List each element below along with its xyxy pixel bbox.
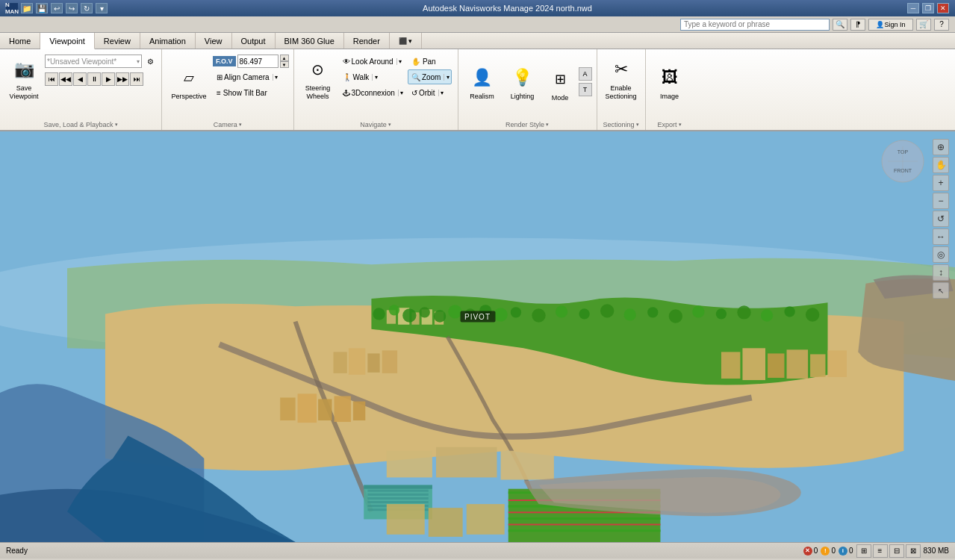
minimize-button[interactable]: ─ xyxy=(907,3,919,13)
info-count: 0 xyxy=(849,547,853,555)
prev-frame-button[interactable]: ◀◀ xyxy=(59,72,72,86)
text-a-button[interactable]: A xyxy=(579,67,592,81)
pause-button[interactable]: ⏸ xyxy=(87,72,101,86)
pan-button[interactable]: ✋ Pan xyxy=(408,54,452,69)
restore-button[interactable]: ❐ xyxy=(922,3,934,13)
look-around-split[interactable]: 👁 Look Around ▾ xyxy=(339,54,406,69)
walk-split[interactable]: 🚶 Walk ▾ xyxy=(339,69,406,84)
tab-review[interactable]: Review xyxy=(95,33,140,49)
viewpoint-dropdown[interactable]: *Unsaved Viewpoint* ▾ xyxy=(45,55,142,68)
search-input[interactable] xyxy=(680,19,830,31)
orbit-label: Orbit xyxy=(419,89,435,97)
tab-extra[interactable]: ⬛ ▾ xyxy=(390,33,423,49)
vp-select-button[interactable]: ↖ xyxy=(933,282,949,299)
tab-animation[interactable]: Animation xyxy=(140,33,196,49)
orbit-split[interactable]: ↺ Orbit ▾ xyxy=(408,85,452,100)
align-camera-split[interactable]: ⊞ Align Camera ▾ xyxy=(213,69,289,84)
search-more-button[interactable]: ⁋ xyxy=(850,19,865,31)
render-style-content: 👤 Realism 💡 Lighting ⊞ Mode A xyxy=(463,52,592,119)
warning-count: 0 xyxy=(831,547,836,555)
viewport[interactable]: PIVOT ⊕ ✋ + − ↺ ↔ ◎ ↕ ↖ TOP FRONT xyxy=(0,131,955,542)
perspective-button[interactable]: ▱ Perspective xyxy=(167,52,211,105)
enable-sectioning-button[interactable]: ✂ EnableSectioning xyxy=(602,52,641,105)
look-around-button[interactable]: 👁 Look Around xyxy=(340,57,396,66)
image-button[interactable]: 🖼 Image xyxy=(650,52,689,105)
status-export-button[interactable]: ⊠ xyxy=(906,544,921,558)
redo-icon[interactable]: ↪ xyxy=(66,3,78,13)
save-group-label[interactable]: Save, Load & Playback xyxy=(4,121,157,128)
look-around-dropdown[interactable]: ▾ xyxy=(396,58,404,65)
walk-button[interactable]: 🚶 Walk xyxy=(340,73,373,81)
skip-end-button[interactable]: ⏭ xyxy=(130,72,143,86)
tab-view[interactable]: View xyxy=(196,33,232,49)
viewpoint-settings-button[interactable]: ⚙ xyxy=(143,54,157,69)
zoom-button[interactable]: 🔍 Zoom xyxy=(408,73,444,81)
export-group-label[interactable]: Export xyxy=(650,121,689,128)
search-button[interactable]: 🔍 xyxy=(833,19,847,31)
nav-cube[interactable]: TOP FRONT xyxy=(880,139,925,184)
steering-wheels-button[interactable]: ⊙ SteeringWheels xyxy=(299,52,337,105)
align-camera-button[interactable]: ⊞ Align Camera xyxy=(214,73,273,81)
cart-icon[interactable]: 🛒 xyxy=(916,19,931,31)
camera-group-label[interactable]: Camera xyxy=(167,121,289,128)
user-button[interactable]: 👤 Sign In xyxy=(868,19,913,31)
status-list-button[interactable]: ≡ xyxy=(873,544,888,558)
help-icon[interactable]: ? xyxy=(934,19,949,31)
zoom-split[interactable]: 🔍 Zoom ▾ xyxy=(408,69,452,84)
save-viewpoint-button[interactable]: 📷 SaveViewpoint xyxy=(4,52,43,105)
camera-column: F.O.V ▲ ▼ ⊞ Align Camera ▾ xyxy=(213,52,289,100)
svg-point-29 xyxy=(532,308,545,322)
tab-render[interactable]: Render xyxy=(344,33,390,49)
undo-icon[interactable]: ↩ xyxy=(51,3,63,13)
vp-orbit-center-button[interactable]: ◎ xyxy=(933,246,949,263)
svg-point-41 xyxy=(806,308,819,321)
render-style-group-label[interactable]: Render Style xyxy=(463,121,592,128)
skip-start-button[interactable]: ⏮ xyxy=(45,72,58,86)
tab-viewpoint[interactable]: Viewpoint xyxy=(40,33,95,49)
mode-button[interactable]: ⊞ Mode xyxy=(544,54,577,106)
vp-zoom-out-button[interactable]: − xyxy=(933,193,949,209)
mode-column: ⊞ Mode xyxy=(544,52,577,106)
lighting-icon: 💡 xyxy=(509,64,536,91)
orbit-dropdown[interactable]: ▾ xyxy=(438,90,446,96)
play-button[interactable]: ▶ xyxy=(102,72,115,86)
show-tilt-bar-button[interactable]: ≡ Show Tilt Bar xyxy=(213,85,289,100)
fov-input[interactable] xyxy=(237,55,279,68)
more-icon[interactable]: ▾ xyxy=(96,3,108,13)
svg-point-34 xyxy=(647,307,658,317)
status-icons: ⊞ ≡ ⊟ ⊠ xyxy=(856,544,921,558)
vp-fit-button[interactable]: ↔ xyxy=(933,228,949,245)
vp-zoom-in-button[interactable]: + xyxy=(933,175,949,191)
tab-bim360[interactable]: BIM 360 Glue xyxy=(276,33,344,49)
status-screen-button[interactable]: ⊟ xyxy=(889,544,904,558)
3dconnexion-label: 3Dconnexion xyxy=(352,89,395,97)
close-button[interactable]: ✕ xyxy=(937,3,949,13)
lighting-button[interactable]: 💡 Lighting xyxy=(503,52,542,105)
next-button[interactable]: ▶▶ xyxy=(116,72,129,86)
vp-rotate-button[interactable]: ↺ xyxy=(933,211,949,227)
3dconnexion-split[interactable]: 🕹 3Dconnexion ▾ xyxy=(339,85,406,100)
prev-button[interactable]: ◀ xyxy=(73,72,87,86)
status-grid-button[interactable]: ⊞ xyxy=(856,544,871,558)
walk-dropdown[interactable]: ▾ xyxy=(372,74,379,81)
align-camera-dropdown[interactable]: ▾ xyxy=(273,74,280,81)
vp-hand-button[interactable]: ✋ xyxy=(933,157,949,173)
3dconnexion-button[interactable]: 🕹 3Dconnexion xyxy=(340,89,398,97)
navigate-group-label[interactable]: Navigate xyxy=(299,121,453,128)
tab-output[interactable]: Output xyxy=(232,33,276,49)
zoom-dropdown[interactable]: ▾ xyxy=(444,74,451,81)
fov-down-button[interactable]: ▼ xyxy=(280,61,289,68)
vp-pan-vertical-button[interactable]: ↕ xyxy=(933,264,949,281)
fov-up-button[interactable]: ▲ xyxy=(280,55,289,61)
svg-rect-68 xyxy=(810,354,825,377)
save-icon[interactable]: 💾 xyxy=(36,3,48,13)
orbit-button[interactable]: ↺ Orbit xyxy=(408,89,438,97)
tab-home[interactable]: Home xyxy=(0,33,40,49)
realism-button[interactable]: 👤 Realism xyxy=(463,52,502,105)
3dconnexion-dropdown[interactable]: ▾ xyxy=(398,90,405,96)
open-icon[interactable]: 📁 xyxy=(21,3,33,13)
text-t-button[interactable]: T xyxy=(579,83,592,96)
refresh-icon[interactable]: ↻ xyxy=(81,3,93,13)
vp-target-button[interactable]: ⊕ xyxy=(933,139,949,155)
sectioning-group-label[interactable]: Sectioning xyxy=(602,121,641,128)
